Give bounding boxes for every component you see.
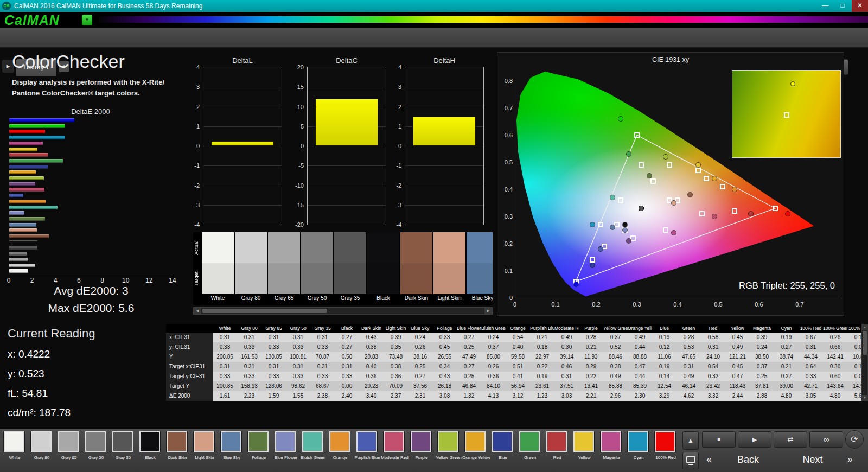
table-cell: 0.34 xyxy=(432,362,457,372)
reading-fl: fL: 54.81 xyxy=(8,387,48,399)
color-patch-button[interactable] xyxy=(519,431,540,452)
deltaE-bar-gray-80 xyxy=(9,264,35,267)
table-cell: 0.25 xyxy=(408,362,432,372)
color-patch-button[interactable] xyxy=(546,431,567,452)
color-patch-button[interactable] xyxy=(167,431,187,452)
table-column-header: Cyan xyxy=(774,324,799,333)
cie-target-point xyxy=(602,244,607,249)
table-cell: 0.36 xyxy=(384,372,408,381)
axis-tick-label: 0 xyxy=(3,277,14,284)
color-patch-button[interactable] xyxy=(573,431,594,452)
table-cell: 47.49 xyxy=(457,352,481,362)
axis-tick-label: 2 xyxy=(398,103,401,111)
color-patch-button[interactable] xyxy=(492,431,513,452)
color-patch-button[interactable] xyxy=(628,431,648,452)
scroll-up-icon[interactable]: ▲ xyxy=(862,324,867,330)
table-cell: 1.55 xyxy=(286,391,310,401)
table-cell: 0.43 xyxy=(359,333,384,342)
table-cell: 0.49 xyxy=(725,342,750,352)
next-arrow-button[interactable]: » xyxy=(843,451,857,468)
swatch-actual xyxy=(334,232,366,263)
color-patch-button[interactable] xyxy=(4,431,24,452)
step-measure-button[interactable]: ⇄ xyxy=(774,431,807,448)
table-column-header: Gray 65 xyxy=(261,324,286,333)
scroll-left-icon[interactable]: ◀ xyxy=(194,308,201,314)
deltaE-bar-yellow-green xyxy=(9,176,44,180)
table-column-header: Green xyxy=(676,324,701,333)
color-patch-label: Purplish Blue xyxy=(354,455,381,460)
color-patch-button[interactable] xyxy=(601,431,621,452)
cie-measured-point xyxy=(610,195,615,200)
deltaE-bar-cyan xyxy=(9,136,65,139)
scrollbar-thumb[interactable] xyxy=(202,309,327,313)
table-cell: 85.88 xyxy=(603,381,628,391)
back-arrow-button[interactable]: « xyxy=(702,451,716,468)
color-patch-button[interactable] xyxy=(302,431,323,452)
deltaE-bar-foliage xyxy=(9,217,45,221)
table-cell: 128.06 xyxy=(261,381,286,391)
color-patch-button[interactable] xyxy=(112,431,133,452)
table-cell: 26.18 xyxy=(432,381,457,391)
table-cell: 84.10 xyxy=(481,381,506,391)
sync-button[interactable]: ⟳ xyxy=(845,430,864,449)
table-cell: 0.27 xyxy=(774,342,799,352)
table-cell: 4.13 xyxy=(481,391,506,401)
color-patch-button[interactable] xyxy=(465,431,486,452)
color-patch-label: Black xyxy=(137,455,164,460)
table-cell: 0.26 xyxy=(481,362,506,372)
stop-button[interactable]: ■ xyxy=(702,431,736,448)
gridline xyxy=(203,126,282,127)
logo-strip: CalMAN ▼ xyxy=(0,12,868,28)
logo-menu-button[interactable]: ▼ xyxy=(82,15,92,25)
pattern-window-button[interactable] xyxy=(682,452,699,469)
play-button[interactable]: ▶ xyxy=(738,431,771,448)
color-patch-button[interactable] xyxy=(655,431,675,452)
table-scrollbar[interactable]: ▲ ▼ xyxy=(861,324,868,401)
back-button[interactable]: Back xyxy=(718,451,778,468)
table-cell: 0.53 xyxy=(676,342,701,352)
color-patch-button[interactable] xyxy=(194,431,214,452)
color-patch-button[interactable] xyxy=(248,431,269,452)
axis-tick-label: 0.4 xyxy=(499,186,513,193)
table-cell: 2.30 xyxy=(628,391,652,401)
axis-tick-label: 0.7 xyxy=(792,301,808,308)
table-row-label: Y xyxy=(166,352,213,362)
close-button[interactable]: ✕ xyxy=(852,0,868,12)
continuous-measure-button[interactable]: ∞ xyxy=(809,431,843,448)
minimize-button[interactable]: — xyxy=(817,0,833,12)
color-patch-button[interactable] xyxy=(329,431,350,452)
scroll-down-icon[interactable]: ▼ xyxy=(862,395,867,400)
color-patch-button[interactable] xyxy=(384,431,404,452)
swatch-target xyxy=(235,263,267,294)
table-cell: 0.22 xyxy=(579,372,603,381)
color-patch-button[interactable] xyxy=(221,431,241,452)
table-cell: 0.40 xyxy=(359,362,384,372)
cie-x-axis xyxy=(515,298,838,298)
color-patch-button[interactable] xyxy=(58,431,79,452)
swatch-actual xyxy=(433,232,465,263)
color-patch-button[interactable] xyxy=(356,431,377,452)
stop-icon: ■ xyxy=(717,436,720,442)
next-button[interactable]: Next xyxy=(786,451,840,468)
axis-tick-label: 0.7 xyxy=(499,104,513,112)
table-cell: 59.58 xyxy=(506,352,530,362)
scrollbar-thumb[interactable] xyxy=(863,331,867,355)
table-cell: 0.33 xyxy=(261,342,286,352)
color-patch-label: Green xyxy=(516,455,544,460)
cie-measured-point xyxy=(590,222,595,227)
eject-button[interactable]: ▲ xyxy=(682,431,699,450)
color-patch-button[interactable] xyxy=(85,431,106,452)
color-patch-button[interactable] xyxy=(411,431,431,452)
axis-tick-label: -4 xyxy=(194,221,200,228)
swatch-strip-scrollbar[interactable]: ◀ ▶ xyxy=(193,307,493,315)
color-patch-button[interactable] xyxy=(438,431,458,452)
current-reading-title: Current Reading xyxy=(8,327,95,341)
color-patch-button[interactable] xyxy=(31,431,52,452)
table-cell: 0.39 xyxy=(384,333,408,342)
deltaE-bar-gray-35 xyxy=(9,246,37,250)
color-patch-button[interactable] xyxy=(275,431,296,452)
scroll-right-icon[interactable]: ▶ xyxy=(484,308,492,314)
maximize-button[interactable]: □ xyxy=(834,0,851,12)
table-cell: 0.54 xyxy=(701,362,725,372)
color-patch-button[interactable] xyxy=(139,431,160,452)
